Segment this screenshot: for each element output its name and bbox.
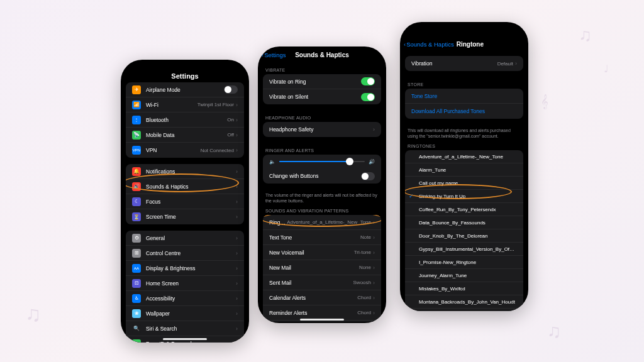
row-home-screen[interactable]: ⊡Home Screen› <box>126 276 244 291</box>
section-headphone: HEADPHONE AUDIO <box>258 111 386 122</box>
row-accessibility[interactable]: ♿︎Accessibility› <box>126 291 244 306</box>
row-change-with-buttons[interactable]: Change with Buttons <box>263 168 381 184</box>
row-general[interactable]: ⚙︎General› <box>126 231 244 246</box>
back-button[interactable]: ‹ Sounds & Haptics <box>404 41 454 48</box>
chevron-right-icon: › <box>236 147 238 153</box>
toggle[interactable] <box>361 93 375 101</box>
row-montana-backroads-by-john-van-[interactable]: Montana_Backroads_By_John_Van_Houdt <box>405 295 523 309</box>
row-call-out-my-name[interactable]: Call out my name <box>405 177 523 190</box>
chevron-right-icon: › <box>236 310 238 317</box>
app-icon: 📡 <box>132 131 141 140</box>
value: Twinpit 1st Floor <box>197 102 234 107</box>
row-journey-alarm-tune[interactable]: Journey_Alarm_Tune <box>405 269 523 282</box>
page-title: Sounds & Haptics <box>258 52 386 58</box>
row-siri-search[interactable]: 🔍Siri & Search› <box>126 321 244 336</box>
section-store: STORE <box>400 77 528 89</box>
row-wallpaper[interactable]: ❀Wallpaper› <box>126 306 244 321</box>
label: Mobile Data <box>146 132 227 138</box>
row-ringtone[interactable]: RingtoneAdventure_of_a_Lifetime-_New_Ton… <box>263 215 381 230</box>
label: Headphone Safety <box>269 126 373 133</box>
home-indicator[interactable] <box>163 338 207 340</box>
label: Alarm_Tune <box>419 167 517 173</box>
value: None <box>359 265 371 270</box>
label: Vibration <box>411 60 497 67</box>
app-icon: ✈︎ <box>132 85 141 94</box>
row-bluetooth[interactable]: ⋮BluetoothOn› <box>126 112 244 128</box>
row-new-mail[interactable]: New MailNone› <box>263 260 381 275</box>
value: Swoosh <box>353 280 371 285</box>
row-vibration[interactable]: Vibration Default › <box>405 56 523 71</box>
music-note-icon: ♩ <box>604 63 609 75</box>
row-screen-time[interactable]: ⏳Screen Time› <box>126 209 244 224</box>
app-icon: ⊡ <box>132 279 141 288</box>
row-airdrop[interactable]: AirDropPulse› <box>263 321 381 322</box>
row-mistakes-by-wxlfcd[interactable]: Mistakes_By_Wxlfcd <box>405 282 523 295</box>
chevron-right-icon: › <box>373 280 375 286</box>
ringer-note: The volume of the ringer and alerts will… <box>258 190 386 204</box>
label: Data_Bounce_By_Fassounds <box>419 220 517 226</box>
row-vibrate-on-silent[interactable]: Vibrate on Silent <box>263 89 381 104</box>
toggle[interactable] <box>224 85 238 94</box>
label: Calendar Alerts <box>269 295 357 301</box>
row-vibrate-on-ring[interactable]: Vibrate on Ring <box>263 74 381 89</box>
value: Chord <box>357 310 371 315</box>
row-sounds-haptics[interactable]: 🔊Sounds & Haptics› <box>126 179 244 194</box>
label: Vibrate on Silent <box>269 94 361 100</box>
label: Home Screen <box>146 280 236 287</box>
row-wi-fi[interactable]: 📶Wi-FiTwinpit 1st Floor› <box>126 97 244 112</box>
row-sinking-by-turn-it-up[interactable]: ✓Sinking by Turn It Up <box>405 190 523 203</box>
value: Chord <box>357 295 371 300</box>
label: Journey_Alarm_Tune <box>419 273 517 278</box>
row-door-knob-by-the-delorean[interactable]: Door_Knob_By_The_Delorean <box>405 229 523 243</box>
row-control-centre[interactable]: ⊞Control Centre› <box>126 246 244 261</box>
label: New Voicemail <box>269 250 354 256</box>
row-coffee-run-by-tony-petersendx[interactable]: Coffee_Run_By_Tony_Petersendx <box>405 203 523 216</box>
row-data-bounce-by-fassounds[interactable]: Data_Bounce_By_Fassounds <box>405 216 523 229</box>
label: Wi-Fi <box>146 102 197 108</box>
label: Ringtone <box>269 219 287 226</box>
chevron-right-icon: › <box>236 326 238 332</box>
label: Montana_Backroads_By_John_Van_Houdt <box>419 299 517 305</box>
row-gypsy-bill-instrumental-versio[interactable]: Gypsy_Bill_Instrumental_Version_By_Ofor_… <box>405 243 523 256</box>
row-focus[interactable]: ☾Focus› <box>126 194 244 209</box>
chevron-right-icon: › <box>373 265 375 271</box>
row-tone-store[interactable]: Tone Store <box>405 89 523 104</box>
home-indicator[interactable] <box>300 319 344 321</box>
label: Call out my name <box>419 180 517 186</box>
chevron-right-icon: › <box>236 184 238 190</box>
app-icon: 🔔 <box>132 167 141 176</box>
section-ringtones: RINGTONES <box>400 139 528 150</box>
row-vpn[interactable]: VPNVPNNot Connected› <box>126 143 244 158</box>
toggle[interactable] <box>361 77 375 85</box>
page-title: Ringtone <box>457 41 484 48</box>
app-icon: ♿︎ <box>132 294 141 303</box>
app-icon: 🔍 <box>132 324 141 333</box>
label: Control Centre <box>146 250 236 256</box>
row-music-by-rsrb-aubion-2[interactable]: Music_By_RSRB_Aubion_2 <box>405 309 523 311</box>
app-icon: ☾ <box>132 197 141 206</box>
row-calendar-alerts[interactable]: Calendar AlertsChord› <box>263 290 381 305</box>
chevron-right-icon: › <box>373 310 375 316</box>
label: Airplane Mode <box>146 87 224 93</box>
app-icon: 🔊 <box>132 182 141 191</box>
chevron-right-icon: › <box>373 234 375 241</box>
row-headphone-safety[interactable]: Headphone Safety › <box>263 122 381 137</box>
chevron-right-icon: › <box>236 168 238 175</box>
row-airplane-mode[interactable]: ✈︎Airplane Mode <box>126 82 244 97</box>
row-i-promise-new-ringtone[interactable]: I_Promise-New_Ringtone <box>405 256 523 269</box>
row-notifications[interactable]: 🔔Notifications› <box>126 164 244 179</box>
value: On <box>227 117 234 123</box>
row-new-voicemail[interactable]: New VoicemailTri-tone› <box>263 245 381 260</box>
row-adventure-of-a-lifetime-new-to[interactable]: Adventure_of_a_Lifetime-_New_Tone <box>405 150 523 163</box>
row-sent-mail[interactable]: Sent MailSwoosh› <box>263 275 381 290</box>
row-mobile-data[interactable]: 📡Mobile DataOff› <box>126 128 244 143</box>
row-alarm-tune[interactable]: Alarm_Tune <box>405 163 523 177</box>
value: Tri-tone <box>354 250 371 255</box>
label: Change with Buttons <box>269 173 361 179</box>
volume-slider[interactable] <box>279 161 365 162</box>
row-text-tone[interactable]: Text ToneNote› <box>263 230 381 245</box>
row-download-all-purchased-tones[interactable]: Download All Purchased Tones <box>405 104 523 119</box>
chevron-right-icon: › <box>373 295 375 301</box>
row-display-brightness[interactable]: AADisplay & Brightness› <box>126 261 244 276</box>
toggle-change-buttons[interactable] <box>361 172 375 180</box>
